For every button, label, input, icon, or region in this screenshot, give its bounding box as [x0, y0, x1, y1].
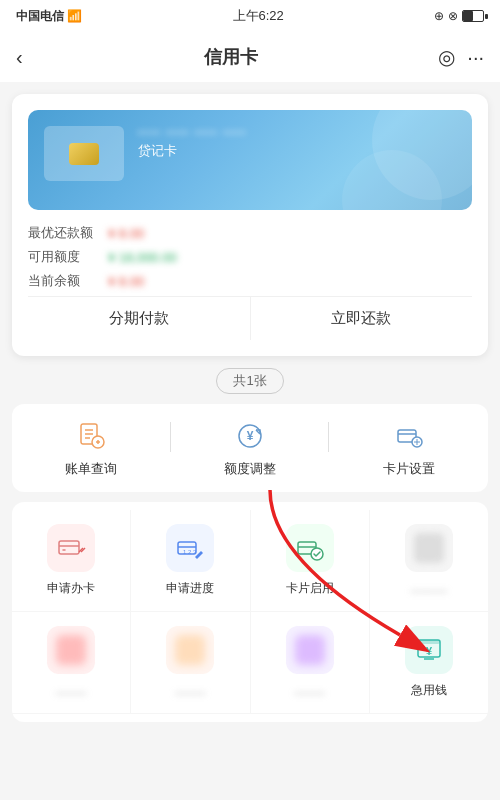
min-pay-value: ¥ 8.00: [108, 226, 144, 241]
card-details: 最优还款额 ¥ 8.00 可用额度 ¥ 18,000.00 当前余额 ¥ 8.0…: [28, 224, 472, 290]
apply-card-label: 申请办卡: [47, 580, 95, 597]
credit-adjust-icon: ¥: [232, 418, 268, 454]
credit-limit-label: 可用额度: [28, 248, 108, 266]
unknown-2-item[interactable]: _____: [12, 612, 131, 714]
card-chip: [69, 143, 99, 165]
quick-menu-settings[interactable]: 卡片设置: [329, 418, 488, 478]
card-count: 共1张: [0, 368, 500, 394]
quick-menu-credit[interactable]: ¥ 额度调整: [171, 418, 330, 478]
card-settings-icon: [391, 418, 427, 454]
carrier-text: 中国电信 📶: [16, 8, 82, 25]
apply-progress-item[interactable]: 1 2 3 申请进度: [131, 510, 250, 612]
min-pay-label: 最优还款额: [28, 224, 108, 242]
unknown-1-icon: [405, 524, 453, 572]
status-icon-2: ⊗: [448, 9, 458, 23]
quick-menu-bill[interactable]: 账单查询: [12, 418, 171, 478]
emergency-cash-item[interactable]: ¥ 急用钱: [370, 612, 488, 714]
apply-card-item[interactable]: 申请办卡: [12, 510, 131, 612]
apply-progress-label: 申请进度: [166, 580, 214, 597]
repay-now-button[interactable]: 立即还款: [251, 297, 473, 340]
card-activate-icon: [286, 524, 334, 572]
unknown-1-label: ______: [411, 580, 448, 592]
svg-rect-21: [418, 640, 440, 644]
svg-text:¥: ¥: [247, 429, 254, 443]
grid-row-1: 申请办卡 1 2 3 申请进度: [12, 510, 488, 612]
apply-card-icon: [47, 524, 95, 572]
balance-value: ¥ 8.00: [108, 274, 144, 289]
card-activate-label: 卡片启用: [286, 580, 334, 597]
unknown-4-icon: [286, 626, 334, 674]
page-title: 信用卡: [204, 45, 258, 69]
bill-label: 账单查询: [65, 460, 117, 478]
card-number: •••• •••• •••• ••••: [138, 126, 456, 138]
unknown-3-item[interactable]: _____: [131, 612, 250, 714]
quick-menu: 账单查询 ¥ 额度调整 卡片设置: [12, 404, 488, 492]
credit-limit-row: 可用额度 ¥ 18,000.00: [28, 248, 472, 266]
more-icon[interactable]: ···: [467, 46, 484, 69]
grid-section: 申请办卡 1 2 3 申请进度: [12, 502, 488, 722]
min-pay-row: 最优还款额 ¥ 8.00: [28, 224, 472, 242]
installment-button[interactable]: 分期付款: [28, 297, 251, 340]
grid-row-2: _____ _____ _____ ¥: [12, 612, 488, 714]
balance-row: 当前余额 ¥ 8.00: [28, 272, 472, 290]
bill-icon: [73, 418, 109, 454]
status-icons: ⊕ ⊗: [434, 9, 484, 23]
card-container: •••• •••• •••• •••• 贷记卡 最优还款额 ¥ 8.00 可用额…: [12, 94, 488, 356]
nav-bar: ‹ 信用卡 ◎ ···: [0, 32, 500, 82]
nav-actions: ◎ ···: [438, 45, 484, 69]
headset-icon[interactable]: ◎: [438, 45, 455, 69]
status-bar: 中国电信 📶 上午6:22 ⊕ ⊗: [0, 0, 500, 32]
card-info: •••• •••• •••• •••• 贷记卡: [138, 126, 456, 160]
balance-label: 当前余额: [28, 272, 108, 290]
time-display: 上午6:22: [233, 7, 284, 25]
emergency-cash-label: 急用钱: [411, 682, 447, 699]
svg-rect-12: [59, 541, 79, 554]
credit-label: 额度调整: [224, 460, 276, 478]
card-activate-item[interactable]: 卡片启用: [251, 510, 370, 612]
card-actions: 分期付款 立即还款: [28, 296, 472, 340]
unknown-3-icon: [166, 626, 214, 674]
emergency-cash-icon: ¥: [405, 626, 453, 674]
battery-icon: [462, 10, 484, 22]
status-icon-1: ⊕: [434, 9, 444, 23]
credit-limit-value: ¥ 18,000.00: [108, 250, 177, 265]
unknown-4-label: _____: [294, 682, 325, 694]
apply-progress-icon: 1 2 3: [166, 524, 214, 572]
unknown-2-label: _____: [56, 682, 87, 694]
card-type: 贷记卡: [138, 142, 456, 160]
card-chip-area: [44, 126, 124, 181]
unknown-3-label: _____: [175, 682, 206, 694]
unknown-2-icon: [47, 626, 95, 674]
credit-card: •••• •••• •••• •••• 贷记卡: [28, 110, 472, 210]
card-count-badge: 共1张: [216, 368, 283, 394]
card-settings-label: 卡片设置: [383, 460, 435, 478]
back-button[interactable]: ‹: [16, 46, 23, 69]
svg-text:1 2 3: 1 2 3: [183, 549, 197, 555]
unknown-4-item[interactable]: _____: [251, 612, 370, 714]
unknown-1-item[interactable]: ______: [370, 510, 488, 612]
svg-text:¥: ¥: [426, 645, 433, 657]
